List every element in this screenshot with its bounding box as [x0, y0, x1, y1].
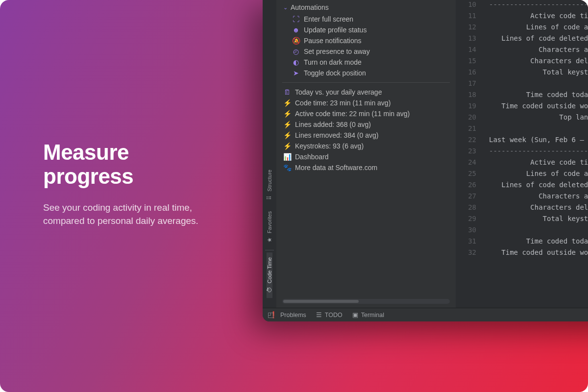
bolt-icon: ⚡ [283, 99, 291, 107]
line-number: 28 [456, 202, 483, 213]
line-number: 31 [456, 236, 483, 247]
item-label: Set presence to away [304, 48, 449, 55]
list-icon: ☰ [316, 311, 322, 318]
rail-label: Structure [267, 170, 272, 192]
status-problems[interactable]: ❗ Problems [270, 311, 306, 318]
codetime-panel: ⌄ Automations ⛶ Enter full screen ☻ Upda… [276, 0, 456, 308]
rail-label: Code Time [267, 257, 272, 283]
star-icon: ★ [266, 237, 273, 242]
stat-lines-removed: ⚡ Lines removed: 384 (0 avg) [281, 130, 451, 141]
editor-area[interactable]: 1011121314151617181920212223242526272829… [456, 0, 588, 308]
line-number: 29 [456, 213, 483, 224]
stat-label: Keystrokes: 93 (6 avg) [295, 142, 449, 150]
editor-content[interactable]: -------------------------------- Active … [483, 0, 588, 308]
item-label: Today vs. your daily average [295, 88, 449, 96]
item-label: Toggle dock position [304, 69, 449, 77]
automation-profile-status[interactable]: ☻ Update profile status [281, 24, 451, 35]
rail-label: Favorites [267, 211, 272, 233]
item-label: More data at Software.com [295, 164, 449, 172]
code-line: Active code time [489, 157, 588, 168]
automation-presence-away[interactable]: ◴ Set presence to away [281, 46, 451, 57]
automation-toggle-dock[interactable]: ➤ Toggle dock position [281, 68, 451, 78]
code-line: Time coded outside work [489, 100, 588, 112]
stat-label: Lines removed: 384 (0 avg) [295, 131, 449, 139]
code-line: Total keystrokes [489, 213, 588, 224]
stat-label: Lines added: 368 (0 avg) [295, 121, 449, 128]
line-number: 26 [456, 179, 483, 191]
status-bar: ❗ Problems ☰ TODO ▣ Terminal [263, 308, 588, 321]
profile-icon: ☻ [292, 26, 300, 34]
code-line: Characters added [489, 191, 588, 202]
paw-icon: 🐾 [283, 164, 291, 172]
code-line: -------------------------------- [489, 0, 588, 10]
code-line: Last week (Sun, Feb 6 – Sat, [489, 134, 588, 146]
rail-separator [265, 250, 274, 250]
chart-icon: 📊 [283, 153, 291, 161]
structure-icon: ⠿ [266, 196, 273, 200]
item-label: Turn on dark mode [304, 58, 449, 66]
stat-lines-added: ⚡ Lines added: 368 (0 avg) [281, 119, 451, 130]
line-number-gutter: 1011121314151617181920212223242526272829… [456, 0, 483, 308]
hero-headline: Measure progress [43, 140, 210, 189]
code-line: Time coded today [489, 236, 588, 247]
half-moon-icon: ◐ [292, 58, 300, 66]
stat-label: Code time: 23 min (11 min avg) [295, 99, 449, 107]
line-number: 20 [456, 112, 483, 123]
code-line: Active code time [489, 10, 588, 22]
code-line: Characters deleted [489, 55, 588, 67]
rail-codetime-tab[interactable]: ⏱ Code Time [267, 252, 272, 298]
line-number: 25 [456, 168, 483, 179]
bolt-icon: ⚡ [283, 131, 291, 139]
dashboard-link[interactable]: 📊 Dashboard [281, 151, 451, 162]
line-number: 18 [456, 89, 483, 100]
stat-keystrokes: ⚡ Keystrokes: 93 (6 avg) [281, 141, 451, 151]
clock-icon: ⏱ [266, 287, 273, 293]
stat-label: Active code time: 22 min (11 min avg) [295, 110, 449, 118]
stats-header: 🗓 Today vs. your daily average [281, 87, 451, 98]
stat-active-code-time: ⚡ Active code time: 22 min (11 min avg) [281, 108, 451, 119]
automation-pause-notifications[interactable]: 🔕 Pause notifications [281, 35, 451, 46]
line-number: 11 [456, 10, 483, 22]
line-number: 16 [456, 67, 483, 78]
code-line: Characters added [489, 44, 588, 55]
bell-off-icon: 🔕 [292, 37, 300, 45]
fullscreen-icon: ⛶ [292, 15, 300, 23]
code-line: Top language [489, 112, 588, 123]
group-label: Automations [291, 3, 329, 11]
line-number: 30 [456, 224, 483, 236]
code-line [489, 78, 588, 89]
rail-structure-tab[interactable]: ⠿ Structure [267, 165, 272, 206]
line-number: 24 [456, 157, 483, 168]
status-terminal[interactable]: ▣ Terminal [352, 311, 384, 318]
automation-dark-mode[interactable]: ◐ Turn on dark mode [281, 57, 451, 68]
status-todo[interactable]: ☰ TODO [316, 311, 343, 318]
hero-body: See your coding activity in real time, c… [43, 201, 210, 228]
more-data-link[interactable]: 🐾 More data at Software.com [281, 162, 451, 173]
automation-fullscreen[interactable]: ⛶ Enter full screen [281, 14, 451, 24]
bolt-icon: ⚡ [283, 142, 291, 150]
code-line: Characters deleted [489, 202, 588, 213]
line-number: 22 [456, 134, 483, 146]
ide-window: ⠿ Structure ★ Favorites ⏱ Code Time ⌄ [263, 0, 588, 321]
automations-group-header[interactable]: ⌄ Automations [281, 1, 451, 14]
window-corner-icon: ◰ [268, 311, 274, 318]
chevron-down-icon: ⌄ [283, 4, 288, 11]
arrow-icon: ➤ [292, 69, 300, 77]
line-number: 10 [456, 0, 483, 10]
code-line: Total keystrokes [489, 67, 588, 78]
code-line: Lines of code deleted [489, 33, 588, 44]
rail-favorites-tab[interactable]: ★ Favorites [267, 206, 272, 248]
panel-horizontal-scrollbar[interactable] [282, 299, 450, 304]
code-line: Time coded today [489, 89, 588, 100]
code-line [489, 224, 588, 236]
line-number: 27 [456, 191, 483, 202]
item-label: Dashboard [295, 153, 449, 161]
line-number: 15 [456, 55, 483, 67]
line-number: 21 [456, 123, 483, 134]
code-line: Lines of code added [489, 22, 588, 33]
code-line [489, 123, 588, 134]
line-number: 19 [456, 100, 483, 112]
status-label: Problems [280, 312, 306, 318]
line-number: 23 [456, 146, 483, 157]
status-label: TODO [325, 312, 343, 318]
